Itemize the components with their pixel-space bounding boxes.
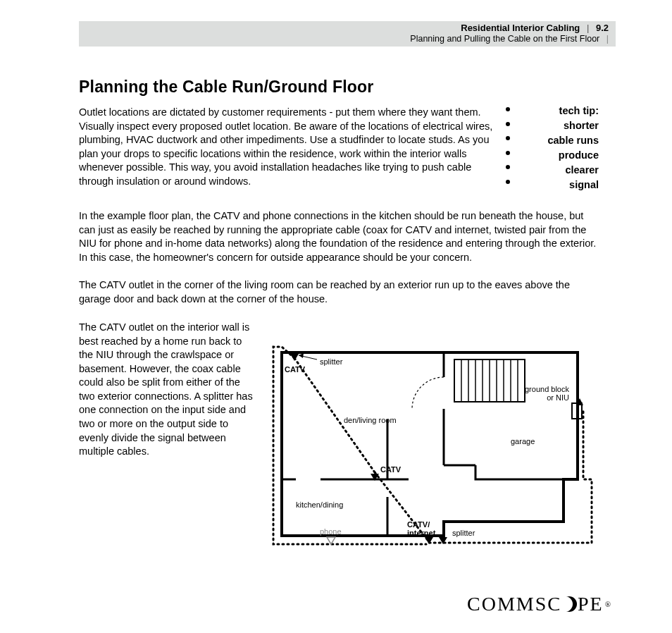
page-title: Planning the Cable Run/Ground Floor: [79, 78, 373, 97]
techtip-line: signal: [507, 178, 599, 192]
label-garage: garage: [511, 437, 535, 445]
techtip-line: clearer: [507, 163, 599, 178]
intro-paragraph: Outlet locations are dictated by custome…: [79, 106, 502, 188]
body-paragraph-3: The CATV outlet in the corner of the liv…: [79, 278, 600, 306]
label-catv-internet-2: internet: [407, 529, 436, 537]
label-den: den/living room: [344, 416, 397, 424]
floorplan-diagram: CATV splitter den/living room ground blo…: [268, 338, 599, 564]
header-title-line: Residential Interior Cabling | 9.2: [410, 23, 609, 34]
label-ground-block-1: ground block: [525, 385, 569, 393]
header-divider: |: [587, 23, 589, 33]
techtip-line: tech tip:: [507, 104, 599, 118]
label-splitter-bot: splitter: [452, 529, 475, 537]
techtip-line: shorter: [507, 118, 599, 133]
svg-marker-17: [299, 353, 304, 358]
svg-marker-10: [290, 354, 299, 361]
label-ground-block-2: or NIU: [547, 393, 569, 402]
label-catv-internet-1: CATV/: [407, 520, 430, 529]
header-subtitle-line: Planning and Pulling the Cable on the Fi…: [410, 34, 609, 45]
body-paragraph-2: In the example floor plan, the CATV and …: [79, 209, 600, 264]
label-catv-mid: CATV: [380, 465, 402, 474]
header-bar: Residential Interior Cabling | 9.2 Plann…: [79, 21, 616, 47]
techtip-line: produce: [507, 148, 599, 163]
logo-text-pre: COMMSC: [467, 593, 562, 615]
label-catv-top: CATV: [285, 365, 306, 374]
label-kitchen: kitchen/dining: [296, 500, 343, 509]
header-subtitle: Planning and Pulling the Cable on the Fi…: [410, 34, 599, 44]
body-paragraph-4: The CATV outlet on the interior wall is …: [79, 321, 255, 459]
header-section-number: 9.2: [596, 23, 609, 33]
crescent-icon: [561, 596, 577, 612]
techtip-sidebar: tech tip: shorter cable runs produce cle…: [507, 104, 599, 192]
commscope-logo: COMMSC PE ®: [467, 593, 612, 615]
label-splitter-top: splitter: [320, 357, 343, 366]
techtip-line: cable runs: [507, 133, 599, 148]
logo-text-post: PE: [578, 593, 604, 615]
header-text: Residential Interior Cabling | 9.2 Plann…: [410, 23, 609, 45]
registered-icon: ®: [605, 600, 612, 608]
label-phone: phone: [320, 527, 342, 536]
header-trailing-divider: |: [606, 34, 609, 44]
header-title: Residential Interior Cabling: [461, 23, 580, 33]
